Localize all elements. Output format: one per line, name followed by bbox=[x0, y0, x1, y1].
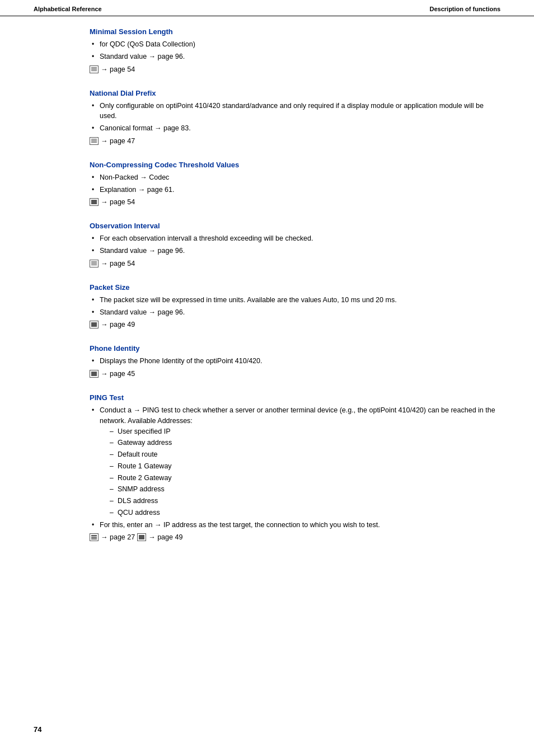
list-item: Displays the Phone Identity of the optiP… bbox=[90, 356, 500, 367]
bullet-list-phone: Displays the Phone Identity of the optiP… bbox=[90, 356, 500, 367]
arrow-icon bbox=[133, 406, 140, 414]
list-item: for QDC (QoS Data Collection) bbox=[90, 39, 500, 50]
section-title-minimal[interactable]: Minimal Session Length bbox=[90, 27, 500, 36]
doc-icon bbox=[90, 137, 99, 145]
page-ref-phone: → page 45 bbox=[90, 370, 500, 378]
list-item: Conduct a PING test to check whether a s… bbox=[90, 405, 500, 518]
page-ref-observation: → page 54 bbox=[90, 260, 500, 267]
page-ref-text1: → page 27 bbox=[101, 533, 135, 541]
section-observation-interval: Observation Interval For each observatio… bbox=[90, 222, 500, 267]
header: Alphabetical Reference Description of fu… bbox=[0, 0, 534, 16]
list-item: DLS address bbox=[110, 496, 500, 506]
doc-icon bbox=[90, 198, 99, 206]
header-right: Description of functions bbox=[430, 6, 501, 12]
page-number: 74 bbox=[34, 725, 41, 734]
page-ref-text: → page 54 bbox=[101, 65, 135, 73]
section-phone-identity: Phone Identity Displays the Phone Identi… bbox=[90, 344, 500, 378]
bullet-list-national: Only configurable on optiPoint 410/420 s… bbox=[90, 101, 500, 134]
section-non-compressing: Non-Compressing Codec Threshold Values N… bbox=[90, 161, 500, 206]
page-ref-minimal: → page 54 bbox=[90, 65, 500, 73]
section-title-national[interactable]: National Dial Prefix bbox=[90, 89, 500, 97]
list-item: Standard value page 96. bbox=[90, 307, 500, 318]
arrow-icon bbox=[149, 247, 156, 255]
doc-icon bbox=[90, 321, 99, 328]
section-title-non-compressing[interactable]: Non-Compressing Codec Threshold Values bbox=[90, 161, 500, 169]
doc-icon bbox=[90, 65, 99, 73]
page-ref-national: → page 47 bbox=[90, 137, 500, 145]
list-item: Route 1 Gateway bbox=[110, 461, 500, 472]
section-title-packet[interactable]: Packet Size bbox=[90, 283, 500, 292]
list-item: Default route bbox=[110, 449, 500, 460]
section-title-phone[interactable]: Phone Identity bbox=[90, 344, 500, 353]
arrow-icon bbox=[149, 308, 156, 316]
page-ref-ping: → page 27 → page 49 bbox=[90, 533, 500, 541]
list-item: Standard value page 96. bbox=[90, 51, 500, 62]
section-packet-size: Packet Size The packet size will be expr… bbox=[90, 283, 500, 329]
section-minimal-session-length: Minimal Session Length for QDC (QoS Data… bbox=[90, 27, 500, 73]
doc-icon bbox=[90, 370, 99, 378]
page-ref-non-compressing: → page 54 bbox=[90, 198, 500, 206]
list-item: Route 2 Gateway bbox=[110, 473, 500, 483]
page-ref-text: → page 45 bbox=[101, 370, 135, 378]
list-item: Only configurable on optiPoint 410/420 s… bbox=[90, 101, 500, 122]
page-ref-text2: → page 49 bbox=[148, 533, 182, 541]
doc-icon-alt bbox=[90, 533, 99, 541]
content-area: Minimal Session Length for QDC (QoS Data… bbox=[0, 16, 534, 579]
ping-sub-list: User specified IP Gateway address Defaul… bbox=[110, 426, 500, 518]
section-national-dial-prefix: National Dial Prefix Only configurable o… bbox=[90, 89, 500, 145]
list-item: Non-Packed Codec bbox=[90, 172, 500, 183]
page-ref-text: → page 47 bbox=[101, 137, 135, 145]
list-item: SNMP address bbox=[110, 484, 500, 495]
bullet-list-minimal: for QDC (QoS Data Collection) Standard v… bbox=[90, 39, 500, 62]
list-item: Standard value page 96. bbox=[90, 246, 500, 256]
list-item: Gateway address bbox=[110, 438, 500, 448]
list-item: QCU address bbox=[110, 508, 500, 518]
list-item: Canonical format page 83. bbox=[90, 123, 500, 134]
section-title-ping[interactable]: PING Test bbox=[90, 393, 500, 402]
arrow-icon bbox=[140, 173, 147, 181]
bullet-list-observation: For each observation intervall a thresho… bbox=[90, 233, 500, 256]
section-title-observation[interactable]: Observation Interval bbox=[90, 222, 500, 230]
doc-icon bbox=[137, 533, 146, 541]
page: Alphabetical Reference Description of fu… bbox=[0, 0, 534, 756]
list-item: Explanation page 61. bbox=[90, 185, 500, 195]
bullet-list-packet: The packet size will be expressed in tim… bbox=[90, 295, 500, 318]
arrow-icon bbox=[154, 521, 162, 529]
bullet-list-ping: Conduct a PING test to check whether a s… bbox=[90, 405, 500, 530]
page-ref-text: → page 49 bbox=[101, 321, 135, 328]
section-ping-test: PING Test Conduct a PING test to check w… bbox=[90, 393, 500, 541]
page-ref-packet: → page 49 bbox=[90, 321, 500, 328]
arrow-icon bbox=[154, 124, 162, 132]
list-item: For each observation intervall a thresho… bbox=[90, 233, 500, 244]
arrow-icon bbox=[138, 186, 146, 194]
list-item: User specified IP bbox=[110, 426, 500, 437]
bullet-list-non-compressing: Non-Packed Codec Explanation page 61. bbox=[90, 172, 500, 195]
list-item: The packet size will be expressed in tim… bbox=[90, 295, 500, 306]
arrow-icon bbox=[149, 53, 156, 60]
list-item: For this, enter an IP address as the tes… bbox=[90, 520, 500, 530]
page-ref-text: → page 54 bbox=[101, 198, 135, 206]
doc-icon bbox=[90, 260, 99, 267]
page-ref-text: → page 54 bbox=[101, 260, 135, 267]
header-left: Alphabetical Reference bbox=[34, 6, 102, 12]
